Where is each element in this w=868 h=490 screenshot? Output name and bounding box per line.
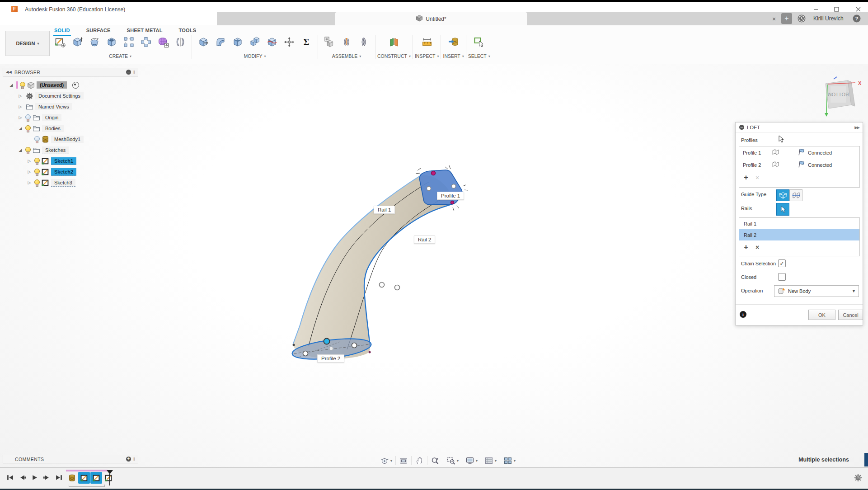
browser-item-sketches[interactable]: ◢Sketches — [3, 145, 138, 155]
browser-item-sketch1[interactable]: ▷Sketch1 — [3, 155, 138, 166]
browser-item-named-views[interactable]: ▷Named Views — [3, 101, 138, 112]
label-profile-1[interactable]: Profile 1 — [437, 192, 464, 200]
timeline-group-bar — [66, 470, 108, 471]
loft-dialog-header[interactable]: – LOFT ▶▶ — [736, 122, 863, 132]
dropdown-caret-icon[interactable]: ▾ — [457, 459, 459, 463]
mesh-body-icon — [41, 136, 49, 143]
visibility-bulb-icon[interactable] — [34, 136, 39, 143]
dropdown-caret-icon[interactable]: ▾ — [514, 459, 516, 463]
rail-row[interactable]: Rail 2 — [739, 229, 859, 240]
viewcube[interactable]: BOTTOM X — [816, 71, 868, 122]
expand-expanded-icon[interactable]: ◢ — [17, 126, 23, 131]
activate-component-radio[interactable] — [72, 82, 79, 89]
panel-minus-icon[interactable]: – — [126, 70, 131, 75]
rail-name: Rail 1 — [744, 221, 756, 226]
panel-grip-icon[interactable]: ‖ — [133, 70, 135, 75]
browser-header[interactable]: ◀◀ BROWSER – ‖ — [3, 68, 138, 76]
browser-item-document-settings[interactable]: ▷Document Settings — [3, 90, 138, 101]
visibility-bulb-icon[interactable] — [25, 125, 30, 132]
dropdown-caret-icon[interactable]: ▾ — [390, 459, 392, 463]
browser-item-label: Named Views — [35, 103, 72, 110]
expand-collapsed-icon[interactable]: ▷ — [26, 159, 33, 163]
browser-item-label: Document Settings — [35, 92, 84, 99]
dialog-dock-icon[interactable]: ▶▶ — [854, 125, 859, 130]
guide-type-centerline-button[interactable] — [789, 189, 802, 201]
ok-button[interactable]: OK — [808, 310, 835, 320]
remove-profile-button[interactable]: × — [755, 174, 759, 181]
expand-collapsed-icon[interactable]: ▷ — [17, 94, 23, 98]
visibility-bulb-icon[interactable] — [34, 169, 39, 175]
skip-to-end-icon[interactable] — [55, 474, 62, 481]
closed-checkbox[interactable] — [778, 273, 786, 281]
browser-item-label: Sketch2 — [51, 168, 76, 176]
profiles-listbox: Profile 1ConnectedProfile 2Connected + × — [739, 146, 860, 188]
grid-display-icon[interactable]: ▾ — [481, 456, 500, 465]
skip-to-start-icon[interactable] — [6, 474, 14, 481]
browser-item-meshbody1[interactable]: MeshBody1 — [3, 134, 138, 145]
visibility-bulb-icon[interactable] — [34, 179, 39, 186]
pan-icon[interactable] — [412, 456, 427, 465]
dropdown-caret-icon[interactable]: ▾ — [495, 459, 497, 463]
expand-collapsed-icon[interactable]: ▷ — [26, 170, 33, 174]
window-zoom-icon[interactable]: ▾ — [443, 456, 462, 465]
operation-dropdown[interactable]: New Body ▼ — [774, 285, 859, 297]
expand-expanded-icon[interactable]: ◢ — [8, 83, 14, 87]
expand-collapsed-icon[interactable]: ▷ — [26, 180, 33, 185]
help-icon[interactable]: ? — [852, 14, 861, 25]
info-icon[interactable]: i — [740, 311, 746, 318]
profile-row[interactable]: Profile 1Connected — [739, 146, 859, 159]
label-rail-2[interactable]: Rail 2 — [414, 236, 435, 244]
settings-gear-icon[interactable] — [854, 474, 862, 484]
sketch-icon — [41, 168, 49, 175]
add-profile-button[interactable]: + — [744, 173, 748, 182]
rail-row[interactable]: Rail 1 — [739, 218, 859, 229]
look-at-icon[interactable] — [396, 456, 411, 465]
visibility-bulb-icon[interactable] — [34, 158, 39, 165]
guide-type-rails-button[interactable] — [776, 189, 789, 201]
profile-status: Connected — [808, 150, 832, 155]
sketch-icon — [41, 179, 49, 186]
browser-item-sketch2[interactable]: ▷Sketch2 — [3, 166, 138, 177]
user-name[interactable]: Kirill Urevich — [813, 15, 844, 22]
step-forward-icon[interactable] — [43, 474, 50, 481]
expand-collapsed-icon[interactable]: ▷ — [17, 104, 23, 109]
cancel-button[interactable]: Cancel — [838, 310, 863, 320]
label-profile-2[interactable]: Profile 2 — [317, 354, 344, 363]
comments-header[interactable]: COMMENTS + ‖ — [3, 455, 138, 463]
visibility-bulb-icon[interactable] — [20, 82, 25, 89]
mouse-cursor-icon — [777, 135, 784, 144]
timeline-position-marker[interactable] — [107, 470, 113, 474]
rails-select-button[interactable] — [776, 203, 789, 216]
play-icon[interactable] — [31, 474, 38, 481]
comments-grip-icon[interactable]: ‖ — [133, 457, 135, 462]
profile-row[interactable]: Profile 2Connected — [739, 159, 859, 171]
remove-rail-button[interactable]: × — [755, 244, 759, 251]
viewports-icon[interactable]: ▾ — [500, 456, 519, 465]
dropdown-caret-icon[interactable]: ▾ — [476, 459, 478, 463]
browser-item-bodies[interactable]: ◢Bodies — [3, 123, 138, 134]
timeline-item-sketch[interactable] — [90, 472, 102, 484]
expand-expanded-icon[interactable]: ◢ — [17, 148, 23, 152]
step-back-icon[interactable] — [19, 474, 26, 481]
zoom-icon[interactable] — [427, 456, 443, 465]
browser-item-sketch3[interactable]: ▷Sketch3 — [3, 177, 138, 188]
job-status-icon[interactable] — [797, 14, 806, 25]
timeline-item-mesh-body[interactable] — [66, 472, 78, 484]
browser-item-label: Sketch1 — [51, 157, 76, 165]
expand-collapsed-icon[interactable]: ▷ — [17, 115, 23, 120]
visibility-bulb-icon[interactable] — [25, 147, 30, 154]
dialog-collapse-icon[interactable]: – — [739, 125, 744, 130]
comments-add-icon[interactable]: + — [126, 457, 131, 462]
profile-name: Profile 1 — [743, 150, 769, 155]
chain-selection-checkbox[interactable]: ✓ — [778, 259, 786, 267]
display-settings-icon[interactable]: ▾ — [462, 456, 481, 465]
orbit-icon[interactable]: ▾ — [377, 456, 395, 465]
add-rail-button[interactable]: + — [744, 243, 748, 252]
browser-item-origin[interactable]: ▷Origin — [3, 112, 138, 123]
label-rail-1[interactable]: Rail 1 — [374, 206, 395, 214]
timeline-item-sketch[interactable] — [78, 472, 90, 484]
browser-item-label: Origin — [42, 114, 61, 121]
browser-item-unsaved[interactable]: ◢(Unsaved) — [3, 80, 138, 90]
collapse-panel-icon[interactable]: ◀◀ — [6, 70, 12, 74]
visibility-bulb-icon[interactable] — [25, 114, 30, 121]
